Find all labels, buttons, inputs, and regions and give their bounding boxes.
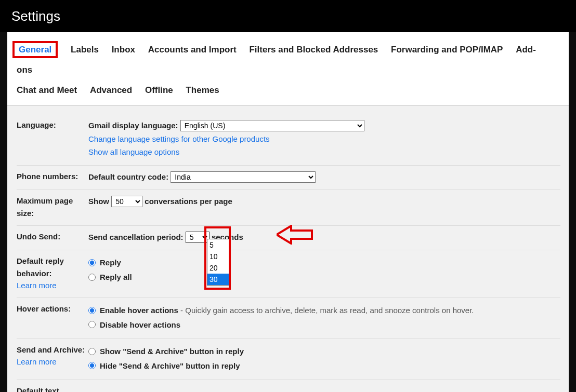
tab-themes[interactable]: Themes — [186, 85, 219, 95]
header: Settings — [0, 0, 576, 32]
tab-advanced[interactable]: Advanced — [90, 85, 132, 95]
tab-filters-blocked[interactable]: Filters and Blocked Addresses — [249, 45, 378, 55]
row-hover-actions: Hover actions: Enable hover actions - Qu… — [17, 298, 560, 339]
settings-content: Language: Gmail display language: Englis… — [7, 106, 569, 392]
row-language: Language: Gmail display language: Englis… — [17, 114, 560, 166]
reply-radio-reply[interactable] — [88, 259, 96, 266]
defaulttext-label: Default text — [17, 385, 88, 392]
reply-learn-more-link[interactable]: Learn more — [17, 281, 57, 290]
hover-enable-bold: Enable hover actions — [100, 306, 178, 315]
tabs-bar: General Labels Inbox Accounts and Import… — [7, 32, 569, 106]
undo-send-label: Undo Send: — [17, 231, 88, 242]
country-code-select[interactable]: India — [171, 171, 316, 183]
hover-radio-enable[interactable] — [88, 307, 96, 314]
display-language-label: Gmail display language: — [88, 121, 178, 130]
hover-disable-label: Disable hover actions — [100, 318, 180, 332]
cancellation-period-label: Send cancellation period: — [88, 233, 184, 241]
sendarchive-hide-label: Hide "Send & Archive" button in reply — [100, 359, 240, 373]
sendarchive-learn-more-link[interactable]: Learn more — [17, 357, 57, 366]
pagesize-suffix: conversations per page — [145, 197, 232, 206]
row-phone: Phone numbers: Default country code: Ind… — [17, 166, 560, 191]
hover-radio-disable[interactable] — [88, 321, 96, 328]
undo-option-30[interactable]: 30 — [207, 274, 230, 285]
tab-chat-meet[interactable]: Chat and Meet — [17, 85, 77, 95]
phone-label: Phone numbers: — [17, 170, 88, 182]
reply-label: Default reply behavior: Learn more — [17, 255, 88, 291]
undo-period-dropdown[interactable]: 5 10 20 30 — [207, 239, 231, 286]
change-language-link[interactable]: Change language settings for other Googl… — [88, 134, 270, 143]
tab-inbox[interactable]: Inbox — [112, 45, 135, 55]
tab-offline[interactable]: Offline — [145, 85, 173, 95]
sendarchive-label: Send and Archive: Learn more — [17, 344, 88, 368]
tab-general[interactable]: General — [12, 41, 58, 58]
sendarchive-show-label: Show "Send & Archive" button in reply — [100, 345, 244, 358]
show-all-language-link[interactable]: Show all language options — [88, 147, 179, 156]
tab-forwarding-pop-imap[interactable]: Forwarding and POP/IMAP — [391, 45, 503, 55]
row-send-archive: Send and Archive: Learn more Show "Send … — [17, 339, 560, 380]
sendarchive-radio-hide[interactable] — [88, 362, 96, 369]
row-default-text: Default text — [17, 380, 560, 392]
tab-labels[interactable]: Labels — [71, 45, 99, 55]
pagesize-select[interactable]: 50 — [111, 196, 142, 207]
pagesize-prefix: Show — [88, 197, 109, 206]
tab-accounts-import[interactable]: Accounts and Import — [148, 45, 237, 55]
language-label: Language: — [17, 119, 88, 131]
row-pagesize: Maximum page size: Show 50 conversations… — [17, 190, 560, 226]
settings-panel: General Labels Inbox Accounts and Import… — [7, 32, 569, 391]
country-code-label: Default country code: — [88, 172, 168, 181]
pagesize-label: Maximum page size: — [17, 195, 88, 219]
undo-option-5[interactable]: 5 — [207, 239, 230, 251]
undo-option-20[interactable]: 20 — [207, 262, 230, 274]
reply-radio-replyall[interactable] — [88, 274, 96, 281]
hover-label: Hover actions: — [17, 303, 88, 315]
reply-option-replyall: Reply all — [100, 271, 132, 284]
page-title: Settings — [11, 8, 60, 24]
reply-option-reply: Reply — [100, 256, 121, 269]
sendarchive-radio-show[interactable] — [88, 348, 96, 355]
row-default-reply: Default reply behavior: Learn more Reply… — [17, 250, 560, 298]
row-undo-send: Undo Send: Send cancellation period: 5 s… — [17, 226, 560, 251]
undo-option-10[interactable]: 10 — [207, 251, 230, 262]
hover-enable-desc: - Quickly gain access to archive, delete… — [178, 306, 474, 315]
undo-period-select[interactable]: 5 — [186, 232, 210, 243]
language-select[interactable]: English (US) — [180, 120, 364, 131]
